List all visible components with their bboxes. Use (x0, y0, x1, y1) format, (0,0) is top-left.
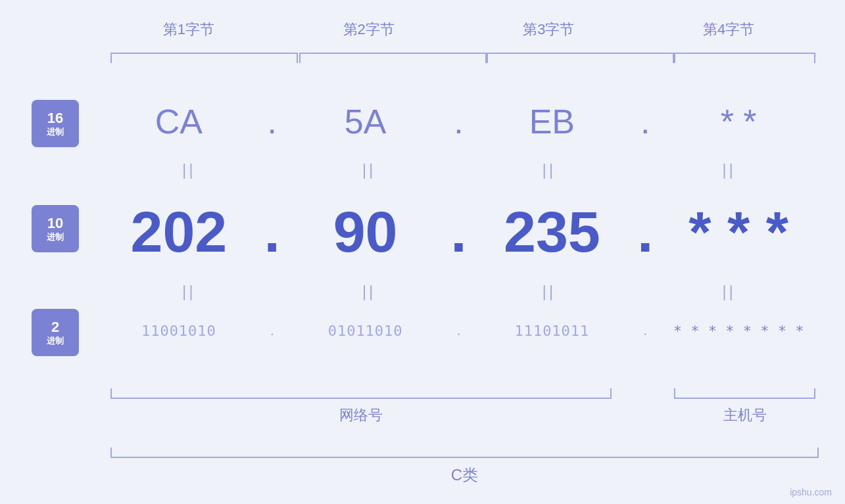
bin-row: 11001010 . 01011010 . 11101011 . * * * *… (99, 322, 819, 339)
hex-val-4: * * (658, 102, 819, 141)
eq-row-1: || || || || (99, 161, 819, 179)
bracket-top-2 (299, 53, 487, 63)
hex-badge: 16 进制 (32, 100, 79, 147)
dec-dot-1: . (259, 198, 285, 265)
col-header-3: 第3字节 (459, 20, 639, 39)
watermark: ipshu.com (790, 487, 832, 497)
hex-dot-2: . (446, 102, 472, 141)
hex-val-1: CA (99, 102, 259, 141)
eq-2-col1: || (99, 283, 279, 301)
eq-2-col3: || (459, 283, 639, 301)
hex-badge-sub: 进制 (47, 127, 64, 137)
bracket-bottom-host (674, 388, 815, 399)
bin-dot-3: . (632, 322, 658, 339)
dec-val-4: * * * (658, 198, 819, 265)
eq-1-col4: || (639, 161, 819, 179)
bracket-top-1 (110, 53, 298, 63)
dec-dot-3: . (632, 198, 658, 265)
hex-val-2: 5A (285, 102, 446, 141)
bin-val-4: * * * * * * * * (658, 323, 819, 339)
bracket-top-4 (674, 53, 815, 63)
dec-val-3: 235 (472, 198, 633, 265)
eq-row-2: || || || || (99, 283, 819, 301)
network-label: 网络号 (110, 405, 612, 425)
bracket-top-3 (487, 53, 674, 63)
hex-val-3: EB (472, 102, 633, 141)
bracket-bottom-network (110, 388, 612, 399)
bin-badge: 2 进制 (32, 309, 79, 356)
dec-badge: 10 进制 (32, 205, 79, 252)
dec-val-2: 90 (285, 198, 446, 265)
column-headers: 第1字节 第2字节 第3字节 第4字节 (99, 20, 819, 39)
bin-val-3: 11101011 (472, 323, 633, 339)
bin-dot-1: . (259, 322, 285, 339)
host-label: 主机号 (674, 405, 815, 425)
eq-1-col1: || (99, 161, 279, 179)
class-label: C类 (110, 465, 819, 486)
bin-badge-sub: 进制 (47, 336, 64, 346)
bin-dot-2: . (446, 322, 472, 339)
eq-1-col3: || (459, 161, 639, 179)
eq-2-col4: || (639, 283, 819, 301)
hex-dot-1: . (259, 102, 285, 141)
hex-badge-main: 16 (47, 110, 63, 127)
eq-2-col2: || (279, 283, 459, 301)
main-container: 第1字节 第2字节 第3字节 第4字节 16 进制 CA . 5A . EB .… (0, 0, 845, 504)
bracket-class (110, 447, 819, 458)
dec-dot-2: . (446, 198, 472, 265)
dec-row: 202 . 90 . 235 . * * * (99, 198, 819, 265)
hex-dot-3: . (632, 102, 658, 141)
bin-val-2: 01011010 (285, 323, 446, 339)
col-header-1: 第1字节 (99, 20, 279, 39)
dec-val-1: 202 (99, 198, 259, 265)
col-header-4: 第4字节 (639, 20, 819, 39)
hex-row: CA . 5A . EB . * * (99, 102, 819, 141)
bin-val-1: 11001010 (99, 323, 259, 339)
dec-badge-sub: 进制 (47, 232, 64, 242)
eq-1-col2: || (279, 161, 459, 179)
col-header-2: 第2字节 (279, 20, 459, 39)
dec-badge-main: 10 (47, 215, 63, 232)
bin-badge-main: 2 (51, 319, 59, 336)
